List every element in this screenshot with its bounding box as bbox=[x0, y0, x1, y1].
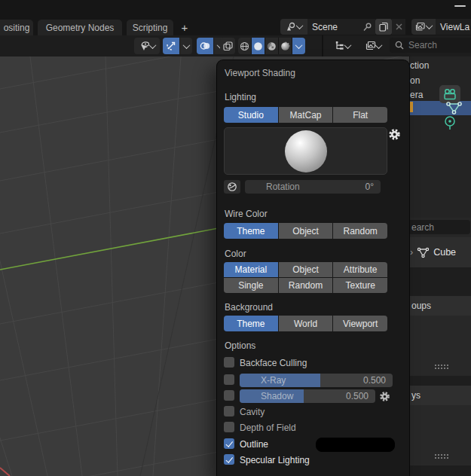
properties-search-input[interactable]: earch bbox=[410, 220, 470, 234]
depth-of-field-checkbox[interactable] bbox=[224, 422, 234, 432]
panel-gap bbox=[410, 465, 471, 476]
breadcrumb-item[interactable]: Cube bbox=[433, 247, 456, 258]
breadcrumb-chevron-icon: › bbox=[410, 247, 413, 258]
color-single-button[interactable]: Single bbox=[224, 278, 278, 293]
search-placeholder: Search bbox=[408, 40, 437, 50]
check-icon bbox=[225, 455, 232, 462]
lighting-studio-button[interactable]: Studio bbox=[224, 107, 278, 123]
lighting-flat-button[interactable]: Flat bbox=[333, 107, 387, 123]
background-segmented-control: Theme World Viewport bbox=[224, 316, 387, 331]
outline-color-swatch[interactable] bbox=[316, 438, 395, 452]
viewport-shading-popup: Viewport Shading Lighting Studio MatCap … bbox=[217, 60, 409, 476]
breadcrumb: › Cube bbox=[410, 237, 471, 267]
xray-slider[interactable]: X-Ray 0.500 bbox=[240, 374, 393, 387]
specular-lighting-checkbox[interactable] bbox=[224, 454, 234, 465]
rotation-slider[interactable]: Rotation 0° bbox=[245, 180, 381, 194]
tab-scripting[interactable]: Scripting bbox=[127, 20, 173, 35]
pin-icon bbox=[362, 22, 372, 32]
tab-compositing[interactable]: ositing bbox=[0, 20, 33, 35]
shading-wireframe-button[interactable] bbox=[238, 38, 251, 54]
mesh-data-icon bbox=[417, 246, 430, 258]
wire-theme-button[interactable]: Theme bbox=[224, 223, 278, 239]
gizmo-visibility-button[interactable] bbox=[134, 38, 160, 54]
panel-label: oups bbox=[411, 301, 431, 311]
show-gizmo-toggle[interactable] bbox=[163, 38, 179, 54]
view-layer-name: ViewLa bbox=[440, 22, 469, 32]
panel-header-shape-keys[interactable]: ys bbox=[410, 386, 471, 405]
outliner-row-label: on bbox=[410, 75, 420, 86]
specular-lighting-label: Specular Lighting bbox=[240, 455, 310, 465]
view-layer-icon-button[interactable] bbox=[411, 19, 436, 35]
background-world-button[interactable]: World bbox=[279, 316, 333, 331]
wire-random-button[interactable]: Random bbox=[333, 223, 387, 239]
outliner-row-light[interactable] bbox=[410, 115, 471, 130]
outliner-row-scene-collection[interactable]: ction bbox=[410, 58, 471, 72]
outliner-search-input[interactable]: Search bbox=[390, 38, 471, 53]
world-icon bbox=[227, 182, 237, 192]
xray-checkbox[interactable] bbox=[224, 374, 234, 385]
list-resize-grip[interactable] bbox=[434, 453, 448, 459]
chevron-down-icon bbox=[426, 22, 433, 29]
color-object-button[interactable]: Object bbox=[279, 262, 333, 277]
unlink-scene-button[interactable] bbox=[392, 19, 405, 35]
slider-label: Shadow bbox=[261, 389, 293, 403]
studiolight-sphere bbox=[285, 130, 327, 172]
shading-dropdown-button[interactable] bbox=[292, 38, 305, 54]
color-texture-button[interactable]: Texture bbox=[333, 278, 387, 293]
color-material-button[interactable]: Material bbox=[224, 262, 278, 277]
color-attribute-button[interactable]: Attribute bbox=[333, 262, 387, 277]
cavity-checkbox[interactable] bbox=[224, 406, 234, 416]
show-overlays-toggle[interactable] bbox=[197, 38, 213, 54]
outliner-filter-button[interactable] bbox=[360, 38, 386, 54]
scene-name-field[interactable]: Scene bbox=[307, 19, 359, 35]
outliner-row-label: ction bbox=[410, 60, 429, 71]
outliner-display-mode-button[interactable] bbox=[329, 38, 355, 54]
new-scene-button[interactable] bbox=[375, 19, 392, 35]
chevron-down-icon bbox=[375, 41, 382, 49]
shadow-settings-button[interactable] bbox=[378, 390, 390, 402]
xray-toggle[interactable] bbox=[220, 38, 235, 54]
xray-icon bbox=[223, 41, 233, 51]
close-icon bbox=[396, 23, 402, 30]
shading-material-button[interactable] bbox=[265, 38, 278, 54]
backface-culling-checkbox[interactable] bbox=[224, 357, 234, 368]
backface-culling-label: Backface Culling bbox=[240, 358, 307, 368]
lighting-matcap-button[interactable]: MatCap bbox=[279, 107, 333, 123]
add-workspace-button[interactable]: + bbox=[178, 20, 191, 35]
slider-label: X-Ray bbox=[261, 374, 286, 387]
right-panel: ction on era earch bbox=[409, 56, 471, 476]
studiolight-settings-button[interactable] bbox=[388, 128, 401, 141]
tab-label: Scripting bbox=[133, 23, 168, 33]
shadow-slider[interactable]: Shadow 0.500 bbox=[240, 389, 375, 403]
panel-gap bbox=[410, 267, 471, 296]
world-space-lighting-toggle[interactable] bbox=[224, 180, 240, 194]
tab-geometry-nodes[interactable]: Geometry Nodes bbox=[38, 20, 122, 35]
view-layer-name-field[interactable]: ViewLa bbox=[436, 19, 471, 35]
outline-checkbox[interactable] bbox=[224, 438, 234, 449]
color-random-button[interactable]: Random bbox=[279, 278, 333, 293]
tab-label: ositing bbox=[4, 23, 30, 33]
scene-selector: Scene bbox=[280, 19, 405, 35]
light-data-icon[interactable] bbox=[442, 115, 457, 132]
mesh-data-icon[interactable] bbox=[445, 100, 463, 116]
scene-icon-button[interactable] bbox=[280, 19, 307, 35]
eye-cursor-icon bbox=[139, 41, 150, 51]
background-theme-button[interactable]: Theme bbox=[224, 316, 278, 331]
list-resize-grip[interactable] bbox=[434, 364, 448, 369]
shading-rendered-button[interactable] bbox=[279, 38, 292, 54]
chevron-down-icon bbox=[148, 41, 156, 49]
panel-header-vertex-groups[interactable]: oups bbox=[410, 296, 471, 316]
blender-window: ction on era earch bbox=[0, 0, 471, 476]
minimize-button[interactable] bbox=[454, 5, 466, 7]
background-viewport-button[interactable]: Viewport bbox=[333, 316, 387, 331]
lighting-segmented-control: Studio MatCap Flat bbox=[224, 107, 387, 123]
gizmo-dropdown-button[interactable] bbox=[180, 38, 192, 54]
slider-value: 0.500 bbox=[363, 374, 386, 387]
shading-solid-button[interactable] bbox=[252, 38, 265, 54]
studiolight-preview[interactable] bbox=[224, 127, 387, 175]
color-label: Color bbox=[225, 249, 246, 259]
shadow-checkbox[interactable] bbox=[224, 390, 234, 401]
pin-button[interactable] bbox=[359, 19, 375, 35]
wireframe-icon bbox=[240, 41, 249, 51]
wire-object-button[interactable]: Object bbox=[279, 223, 333, 239]
